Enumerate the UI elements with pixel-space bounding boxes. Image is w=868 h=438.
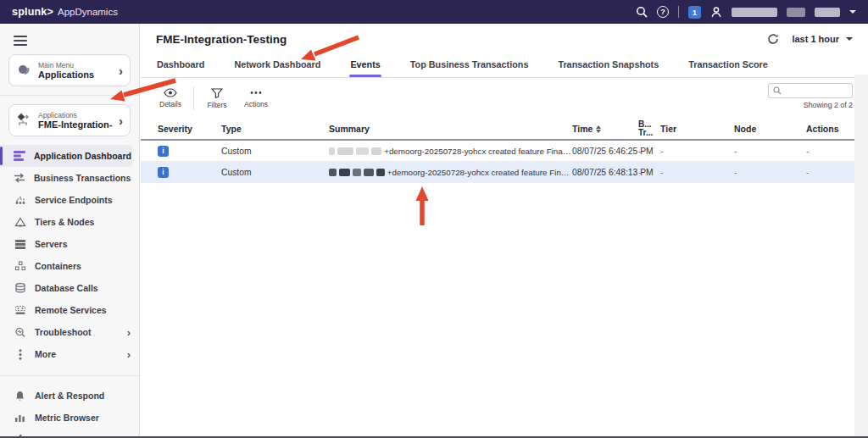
cell-node: - [734, 147, 806, 156]
chevron-right-icon: › [119, 114, 123, 127]
cell-type: Custom [221, 168, 329, 177]
remote-services-icon [14, 305, 26, 315]
bell-icon [14, 391, 26, 402]
filter-icon [211, 88, 223, 98]
time-range-selector[interactable]: last 1 hour [792, 34, 853, 44]
tab-dashboard[interactable]: Dashboard [156, 54, 205, 77]
refresh-icon[interactable] [766, 32, 780, 46]
tab-events[interactable]: Events [349, 54, 381, 77]
application-icon [16, 113, 31, 128]
col-time[interactable]: Time [572, 124, 638, 134]
sidebar-item-label: Containers [35, 261, 131, 271]
more-icon [14, 349, 26, 360]
containers-icon [14, 261, 26, 271]
summary-text: +demoorg-20250728-yohcx created feature … [384, 147, 572, 156]
cell-time: 08/07/25 6:46:25 PM [572, 147, 638, 156]
sidebar-item-remote-services[interactable]: Remote Services [0, 299, 139, 321]
sidebar-item-troubleshoot[interactable]: Troubleshoot › [0, 321, 139, 343]
sidebar-divider [0, 95, 139, 96]
redacted-text [371, 147, 381, 155]
right-gutter [854, 75, 868, 438]
chevron-right-icon: › [119, 64, 123, 77]
showing-count: Showing 2 of 2 [768, 101, 853, 109]
tab-transaction-snapshots[interactable]: Transaction Snapshots [557, 54, 659, 77]
servers-icon [14, 239, 26, 249]
sidebar-item-label: Remote Services [35, 305, 131, 315]
redacted-text [376, 169, 385, 176]
time-range-label: last 1 hour [792, 34, 839, 44]
sidebar-item-label: Service Endpoints [35, 195, 131, 205]
application-context-card[interactable]: Applications FME-Integration-Te... › [8, 104, 131, 136]
col-summary: Summary [329, 124, 572, 134]
details-button-label: Details [159, 100, 181, 108]
sidebar-item-database-calls[interactable]: Database Calls [0, 277, 139, 299]
table-search [768, 83, 853, 98]
sidebar-item-more[interactable]: More › [0, 343, 139, 365]
cell-summary: +demoorg-20250728-yohcx created feature … [329, 147, 572, 156]
info-severity-icon: i [158, 167, 169, 178]
col-type: Type [221, 124, 329, 134]
tab-top-business-transactions[interactable]: Top Business Transactions [409, 54, 530, 77]
redacted-text [337, 147, 353, 155]
user-menu-caret-icon[interactable] [849, 10, 856, 14]
col-node: Node [734, 124, 806, 134]
sidebar-item-servers[interactable]: Servers [0, 233, 139, 255]
eye-icon [164, 88, 177, 97]
sidebar-item-tiers-nodes[interactable]: Tiers & Nodes [0, 211, 139, 233]
sidebar-item-label: Servers [35, 239, 131, 249]
sidebar-item-label: Metric Browser [35, 413, 131, 423]
table-row[interactable]: i Custom +demoorg-20250728-yohcx created… [141, 141, 868, 162]
sidebar-item-containers[interactable]: Containers [0, 255, 139, 277]
topbar-actions: ? 1 [636, 6, 856, 19]
cell-actions: - [806, 168, 857, 177]
user-icon[interactable] [710, 6, 722, 18]
col-time-label: Time [572, 124, 593, 134]
ellipsis-icon [249, 88, 263, 97]
notification-badge[interactable]: 1 [688, 6, 701, 19]
filters-button-label: Filters [207, 101, 226, 109]
search-input[interactable] [785, 86, 844, 97]
redacted-account [787, 8, 805, 17]
sidebar-item-label: Tiers & Nodes [35, 217, 131, 227]
sidebar-item-metric-browser[interactable]: Metric Browser [0, 407, 139, 429]
main-menu-label: Applications [38, 69, 112, 80]
info-severity-icon: i [158, 146, 169, 157]
appdynamics-logo-text: AppDynamics [58, 7, 118, 17]
tiers-nodes-icon [14, 217, 26, 227]
troubleshoot-icon [14, 327, 26, 337]
redacted-text [364, 169, 374, 176]
redacted-text [329, 147, 335, 155]
applications-menu-icon [16, 64, 31, 77]
sidebar-item-business-transactions[interactable]: Business Transactions [0, 167, 139, 189]
table-row[interactable]: i Custom +demoorg-20250728-yohcx created… [141, 162, 868, 183]
splunk-logo: splunk> [12, 6, 53, 18]
sidebar-divider [0, 375, 139, 376]
col-bt-line2: Tr... [638, 129, 653, 138]
redacted-text [356, 147, 369, 155]
sidebar-item-application-dashboard[interactable]: Application Dashboard [0, 145, 132, 167]
actions-button[interactable]: Actions [236, 88, 275, 108]
sidebar-item-label: Alert & Respond [35, 391, 131, 401]
cell-type: Custom [221, 147, 329, 156]
sort-icon[interactable] [596, 125, 601, 133]
col-severity: Severity [158, 124, 221, 134]
chevron-right-icon: › [127, 348, 131, 361]
sidebar-item-service-endpoints[interactable]: Service Endpoints [0, 189, 139, 211]
redacted-text [353, 169, 361, 176]
details-button[interactable]: Details [151, 88, 190, 108]
tab-network-dashboard[interactable]: Network Dashboard [233, 54, 321, 77]
search-icon[interactable] [636, 6, 648, 18]
topbar: splunk> AppDynamics ? 1 [0, 0, 868, 24]
sidebar-item-label: Business Transactions [34, 173, 131, 183]
sidebar-item-label: Database Calls [35, 283, 131, 293]
chevron-down-icon [846, 37, 853, 41]
help-icon[interactable]: ? [657, 6, 669, 18]
sidebar-item-alert-respond[interactable]: Alert & Respond [0, 385, 139, 407]
main-menu-card[interactable]: Main Menu Applications › [8, 54, 131, 86]
transactions-icon [14, 173, 25, 183]
hamburger-menu-icon[interactable] [14, 36, 27, 46]
filters-button[interactable]: Filters [198, 88, 236, 109]
tab-transaction-score[interactable]: Transaction Score [687, 54, 769, 77]
page-title: FME-Integration-Testing [156, 33, 287, 46]
cell-tier: - [660, 147, 734, 156]
